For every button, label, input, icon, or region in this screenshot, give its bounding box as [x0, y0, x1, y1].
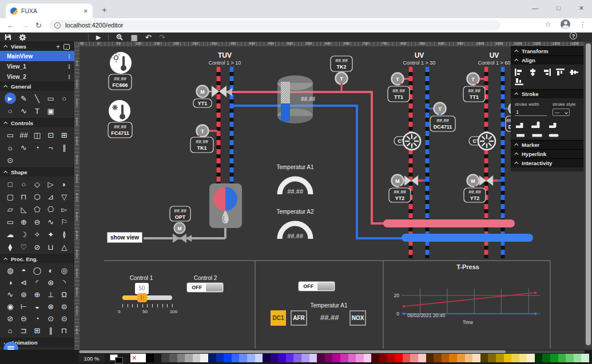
tab-close-icon[interactable]: ✕ [84, 8, 88, 14]
color-swatch[interactable] [271, 354, 279, 362]
color-swatch[interactable] [442, 354, 450, 362]
proc-tank-half-icon[interactable]: ◒ [30, 301, 44, 312]
shape-wave-icon[interactable]: ∿ [44, 216, 58, 227]
shape-drop-icon[interactable]: ⧫ [3, 241, 17, 253]
shape-cloud-icon[interactable]: ☁ [3, 229, 17, 240]
html-button-icon[interactable]: ⊞ [57, 129, 71, 141]
chart-icon[interactable]: ∿ [17, 142, 31, 153]
shape-crescent-icon[interactable]: ☽ [17, 229, 31, 240]
new-tab-button[interactable]: + [102, 5, 107, 14]
stroke-section-header[interactable]: Stroke [511, 89, 583, 98]
proc-blower-icon[interactable]: ◎ [57, 265, 71, 276]
color-swatch[interactable] [325, 354, 333, 362]
join-miter-button[interactable] [515, 121, 526, 128]
color-swatch[interactable] [340, 354, 348, 362]
toggle-knob[interactable] [317, 282, 334, 290]
valve-yt1[interactable]: M YT1 [193, 86, 232, 108]
color-swatch[interactable] [200, 354, 208, 362]
text-icon[interactable]: T [30, 105, 44, 117]
color-swatch[interactable] [379, 354, 387, 362]
main-switch-toggle[interactable]: OFF [299, 282, 335, 291]
ellipse-icon[interactable]: ○ [3, 105, 17, 117]
control1-slider[interactable] [122, 293, 172, 302]
image-icon[interactable]: ▣ [44, 105, 58, 117]
proc-hopper-icon[interactable]: ⊓ [57, 325, 71, 336]
thermometer-cold-icon[interactable] [109, 100, 130, 122]
sensor-tk1[interactable]: T ##.## TK1 [190, 125, 217, 153]
color-swatch[interactable] [356, 354, 364, 362]
interactivity-section-header[interactable]: Interactivity [511, 158, 583, 167]
proc-centrifuge-icon[interactable]: ⊙ [44, 313, 58, 324]
shape-circle-icon[interactable]: ○ [17, 178, 31, 190]
proc-heater-coil-icon[interactable]: ∿ [3, 289, 17, 300]
no-color-swatch[interactable]: ✕ [130, 354, 138, 362]
color-swatch[interactable] [185, 354, 193, 362]
shape-prohibited-icon[interactable]: ⊘ [30, 241, 44, 253]
view-item-mainview[interactable]: MainView ⋮ [0, 51, 74, 61]
proc-column-icon[interactable]: ∥ [44, 325, 58, 336]
proc-vessel-icon[interactable]: ◯ [30, 265, 44, 276]
html-input-icon[interactable]: ▭ [3, 129, 17, 141]
color-swatch[interactable] [224, 354, 232, 362]
browser-menu-icon[interactable]: ⋮ [579, 21, 586, 29]
align-center-h-icon[interactable] [529, 69, 537, 76]
color-swatch[interactable] [418, 354, 426, 362]
html-display-icon[interactable]: ◫ [30, 129, 44, 141]
semaphore-light-icon[interactable]: ☼ [3, 142, 17, 153]
shape-star-icon[interactable]: ✦ [44, 229, 58, 240]
window-minimize-icon[interactable]: — [532, 5, 538, 12]
add-view-button[interactable]: + [56, 43, 60, 51]
dashed-pipes[interactable] [218, 67, 503, 258]
sensor-tt1-uv2[interactable]: T ##.## TT1 [463, 73, 485, 102]
proc-pipe-tee-icon[interactable]: ⊢ [17, 301, 31, 312]
color-swatch[interactable] [395, 354, 403, 362]
color-swatch[interactable] [574, 354, 582, 362]
window-close-icon[interactable]: ✕ [579, 5, 584, 12]
control2-toggle[interactable]: OFF [187, 283, 223, 292]
settings-gear-icon[interactable] [19, 34, 26, 41]
proc-pump-icon[interactable]: ◍ [3, 265, 17, 276]
proc-heat-exchanger-icon[interactable]: ⊞ [30, 325, 44, 336]
view-menu-icon[interactable]: ⋮ [66, 53, 72, 59]
valve-yt2-uv1[interactable]: M ##.## YT2 [389, 175, 428, 203]
color-swatch[interactable] [146, 354, 154, 362]
proc-rotary-icon[interactable]: ⊚ [17, 289, 31, 300]
color-swatch[interactable] [550, 354, 558, 362]
shape-triangle-down-icon[interactable]: ▽ [57, 191, 71, 202]
proc-separator-icon[interactable]: ◝ [57, 277, 71, 288]
select-pointer-icon[interactable]: ► [5, 93, 16, 104]
color-swatch[interactable] [286, 354, 294, 362]
dc1-button[interactable]: DC1 [271, 310, 286, 326]
transform-section-header[interactable]: Transform [511, 46, 583, 55]
shape-stadium-icon[interactable]: ▭ [3, 216, 17, 227]
color-swatch[interactable] [488, 354, 496, 362]
color-swatch[interactable] [239, 354, 247, 362]
marker-section-header[interactable]: Marker [511, 140, 583, 149]
shape-square-icon[interactable]: □ [3, 178, 17, 190]
vertical-scrollbar[interactable] [585, 42, 592, 350]
shape-cone-icon[interactable]: △ [57, 241, 71, 253]
color-swatch[interactable] [434, 354, 442, 362]
color-swatch[interactable] [472, 354, 480, 362]
stroke-style-select[interactable]: — [553, 109, 570, 116]
bookmark-star-icon[interactable]: ☆ [545, 20, 551, 29]
color-swatch[interactable] [154, 354, 162, 362]
proc-valve-check-icon[interactable]: ⊘ [3, 313, 17, 324]
slider-icon[interactable]: ∥ [57, 142, 71, 153]
color-swatch[interactable] [558, 354, 566, 362]
color-swatch[interactable] [504, 354, 512, 362]
color-swatch[interactable] [193, 354, 201, 362]
circle-icon[interactable]: ○ [57, 93, 71, 104]
proc-trap-icon[interactable]: Ω [57, 289, 71, 300]
gauge-temperatur-a1[interactable]: Temperatur A1 ##.## [276, 164, 313, 195]
color-swatch[interactable] [449, 354, 457, 362]
profile-avatar[interactable] [561, 19, 570, 29]
view-item-view2[interactable]: View_2 ⋮ [0, 71, 74, 82]
color-swatch[interactable] [278, 354, 286, 362]
undo-icon[interactable]: ↶ [145, 34, 152, 41]
view-menu-icon[interactable]: ⋮ [66, 74, 72, 80]
align-top-icon[interactable] [556, 69, 565, 76]
shape-circle-cross-icon[interactable]: ⊕ [17, 216, 31, 227]
scrollbar-thumb[interactable] [586, 43, 591, 345]
general-section-header[interactable]: General [0, 82, 74, 91]
